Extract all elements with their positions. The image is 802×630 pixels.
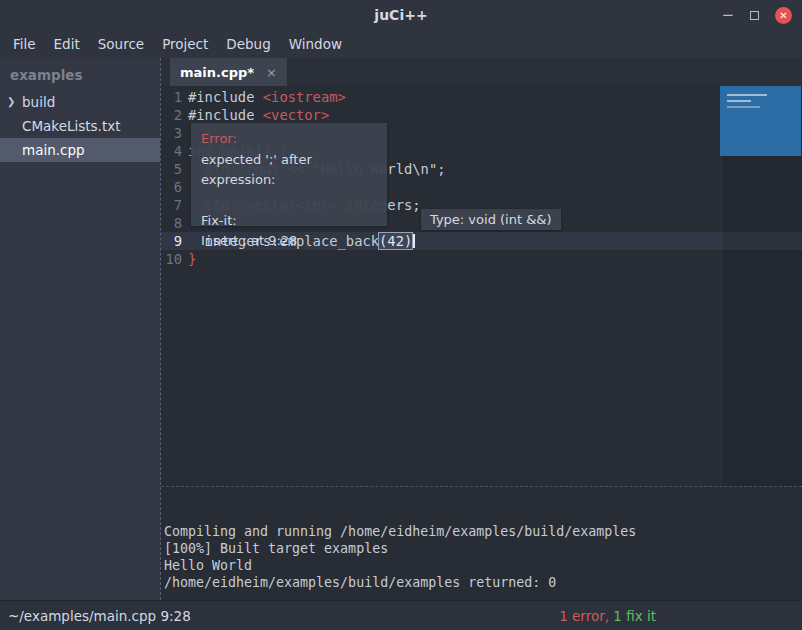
code-line-1[interactable]: 1#include <iostream> <box>161 88 802 106</box>
tree-item-build[interactable]: ❯build <box>0 90 160 114</box>
tooltip-fixit-title: Fix-it: <box>201 211 377 232</box>
menu-debug[interactable]: Debug <box>217 32 279 56</box>
tree-item-cmakelists-txt[interactable]: CMakeLists.txt <box>0 114 160 138</box>
line-number: 3 <box>161 124 188 142</box>
tabbar: main.cpp* × <box>161 58 802 86</box>
terminal-output: Compiling and running /home/eidheim/exam… <box>164 523 800 591</box>
window-controls: − ✕ <box>721 0 792 30</box>
maximize-icon[interactable] <box>750 11 759 20</box>
terminal-line: /home/eidheim/examples/build/examples re… <box>164 574 800 591</box>
line-number: 4 <box>161 142 188 160</box>
tree-item-label: build <box>22 94 55 110</box>
tree-item-label: CMakeLists.txt <box>22 118 121 134</box>
editor-column: main.cpp* × 1#include <iostream>2#includ… <box>161 58 802 600</box>
status-errors: 1 error, <box>559 608 609 624</box>
menu-edit[interactable]: Edit <box>45 32 89 56</box>
editor[interactable]: 1#include <iostream>2#include <vector>34… <box>161 86 802 486</box>
menu-window[interactable]: Window <box>280 32 351 56</box>
line-number: 1 <box>161 88 188 106</box>
terminal-line: Compiling and running /home/eidheim/exam… <box>164 523 800 540</box>
line-number: 2 <box>161 106 188 124</box>
type-tooltip: Type: void (int &&) <box>421 209 561 230</box>
menubar: FileEditSourceProjectDebugWindow <box>0 30 802 58</box>
line-number: 5 <box>161 160 188 178</box>
line-text: } <box>188 250 196 268</box>
line-number: 8 <box>161 214 188 232</box>
tooltip-fixit-text: Insert ; at 9:28 <box>201 231 377 252</box>
code-segment: } <box>188 251 196 267</box>
terminal-line: Hello World <box>164 557 800 574</box>
menu-source[interactable]: Source <box>89 32 153 56</box>
minimize-icon[interactable]: − <box>721 10 734 20</box>
line-text: #include <vector> <box>188 106 329 124</box>
status-diagnostics: 1 error, 1 fix it <box>559 608 656 624</box>
tooltip-error-message: expected ';' after expression: <box>201 150 377 191</box>
code-line-10[interactable]: 10} <box>161 250 802 268</box>
tree-item-label: main.cpp <box>22 142 85 158</box>
menu-file[interactable]: File <box>4 32 45 56</box>
titlebar: juCi++ − ✕ <box>0 0 802 30</box>
statusbar: ~/examples/main.cpp 9:28 1 error, 1 fix … <box>0 600 802 630</box>
status-fixits: 1 fix it <box>609 608 656 624</box>
doc-preview-panel <box>720 86 801 156</box>
code-line-2[interactable]: 2#include <vector> <box>161 106 802 124</box>
line-number: 6 <box>161 178 188 196</box>
status-location: ~/examples/main.cpp 9:28 <box>8 608 191 624</box>
tab-label: main.cpp* <box>180 65 254 80</box>
window-title: juCi++ <box>374 7 427 23</box>
code-segment: #include <box>188 107 263 123</box>
line-number: 9 <box>161 232 188 250</box>
tab-close-icon[interactable]: × <box>266 65 277 80</box>
line-number: 10 <box>161 250 188 268</box>
tooltip-error-title: Error: <box>201 129 377 150</box>
chevron-right-icon: ❯ <box>7 96 15 107</box>
bracket-match-highlight: (42) <box>379 233 412 249</box>
tab-main-cpp[interactable]: main.cpp* × <box>170 58 287 86</box>
terminal-line: [100%] Built target examples <box>164 540 800 557</box>
main-content: examples ❯buildCMakeLists.txtmain.cpp ma… <box>0 58 802 600</box>
code-segment: #include <box>188 89 263 105</box>
tooltip-spacer <box>201 191 377 211</box>
file-tree: ❯buildCMakeLists.txtmain.cpp <box>0 90 160 162</box>
project-folder-label: examples <box>0 58 160 90</box>
terminal-panel[interactable]: Compiling and running /home/eidheim/exam… <box>161 487 802 600</box>
line-text: #include <iostream> <box>188 88 346 106</box>
app-window: juCi++ − ✕ FileEditSourceProjectDebugWin… <box>0 0 802 630</box>
diagnostic-tooltip: Error: expected ';' after expression: Fi… <box>191 123 387 226</box>
sidebar: examples ❯buildCMakeLists.txtmain.cpp <box>0 58 160 600</box>
tree-item-main-cpp[interactable]: main.cpp <box>0 138 160 162</box>
menu-project[interactable]: Project <box>153 32 217 56</box>
line-number: 7 <box>161 196 188 214</box>
code-segment: <vector> <box>263 107 329 123</box>
code-segment: <iostream> <box>263 89 346 105</box>
text-caret <box>413 234 415 248</box>
close-icon[interactable]: ✕ <box>775 7 792 24</box>
